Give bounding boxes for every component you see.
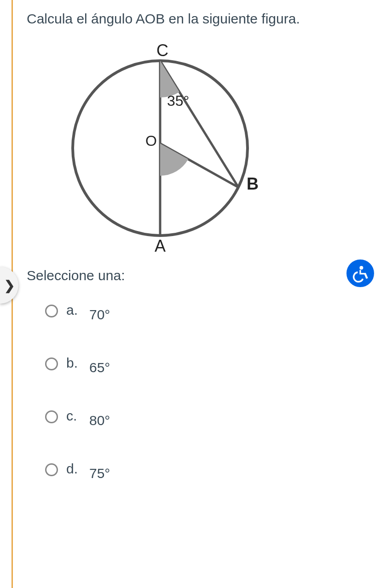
option-value: 80° — [89, 413, 110, 428]
radio-icon — [45, 463, 58, 476]
label-A: A — [155, 236, 166, 254]
radio-icon — [45, 410, 58, 423]
svg-point-0 — [359, 266, 363, 270]
option-letter: b. — [66, 355, 80, 371]
radio-icon — [45, 357, 58, 370]
geometry-figure: C 35° O B A — [54, 42, 266, 254]
option-letter: c. — [66, 408, 80, 424]
label-B: B — [247, 174, 259, 193]
label-O: O — [145, 133, 157, 149]
radio-icon — [45, 305, 58, 317]
question-text: Calcula el ángulo AOB en la siguiente fi… — [27, 9, 375, 29]
options-list: a. 70° b. 65° c. 80° d. 75° — [27, 302, 375, 477]
option-c[interactable]: c. 80° — [45, 408, 375, 424]
label-angle: 35° — [167, 92, 189, 109]
option-a[interactable]: a. 70° — [45, 302, 375, 318]
option-letter: a. — [66, 302, 80, 318]
option-value: 70° — [89, 307, 110, 323]
question-panel: Calcula el ángulo AOB en la siguiente fi… — [12, 0, 375, 588]
option-value: 65° — [89, 360, 110, 375]
chevron-right-icon: ❯ — [4, 278, 15, 293]
select-prompt: Seleccione una: — [27, 268, 375, 283]
option-letter: d. — [66, 461, 80, 477]
option-d[interactable]: d. 75° — [45, 461, 375, 477]
label-C: C — [156, 42, 168, 60]
option-b[interactable]: b. 65° — [45, 355, 375, 371]
accessibility-button[interactable] — [345, 258, 375, 289]
option-value: 75° — [89, 466, 110, 481]
wheelchair-icon — [351, 264, 369, 282]
